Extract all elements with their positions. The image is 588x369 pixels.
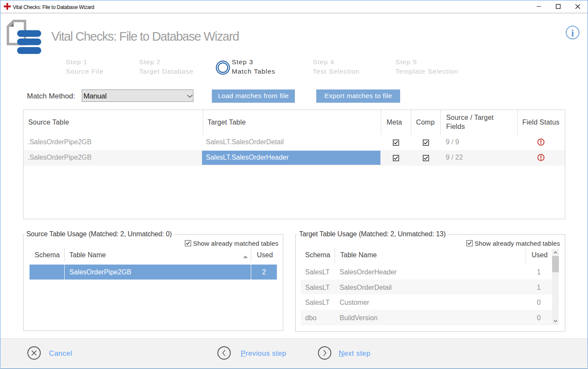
svg-text:i: i — [571, 28, 574, 39]
